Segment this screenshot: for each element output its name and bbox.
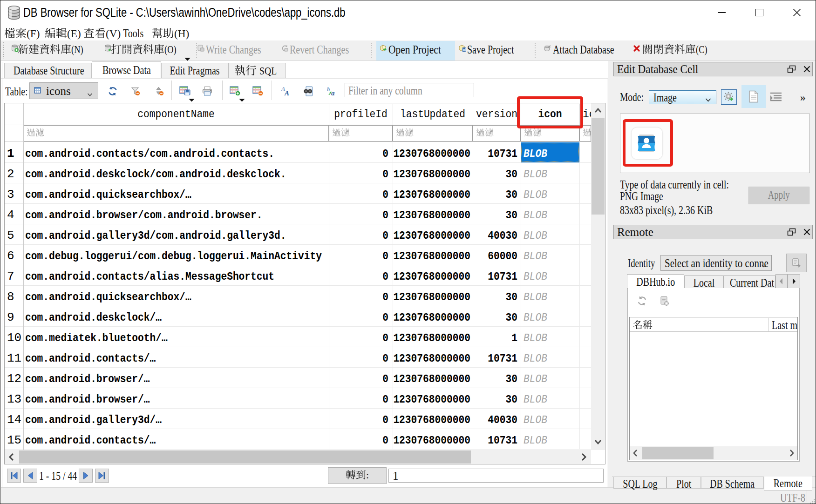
svg-text:b: b <box>327 86 330 93</box>
svg-text:a: a <box>331 89 335 97</box>
svg-text:A: A <box>284 89 289 97</box>
